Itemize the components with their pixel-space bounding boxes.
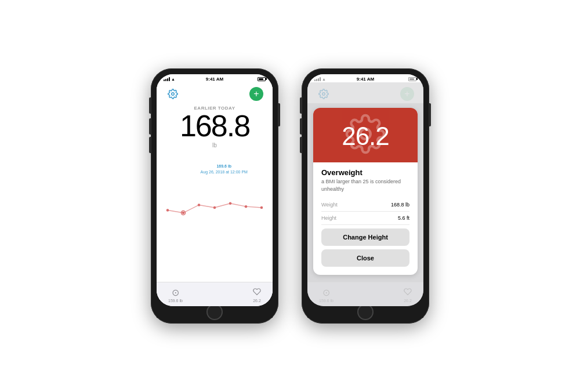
- status-time-2: 9:41 AM: [357, 77, 374, 82]
- settings-button-2: [317, 87, 331, 101]
- phone-2: ▲ 9:41 AM: [302, 68, 429, 324]
- tab-weight-label-1: 159.6 lb: [168, 299, 183, 303]
- tab-bar-1: ⊙ 159.6 lb 26.2: [157, 282, 273, 306]
- signal-bars-1: [164, 77, 170, 81]
- wifi-icon-2: ▲: [322, 77, 326, 81]
- signal-bar-2: [165, 79, 166, 81]
- svg-point-2: [182, 212, 185, 215]
- home-button-2[interactable]: [357, 304, 374, 320]
- tab-item-weight-1[interactable]: ⊙ 159.6 lb: [168, 287, 183, 303]
- overweight-title: Overweight: [321, 168, 409, 177]
- height-label: Height: [321, 215, 336, 221]
- signal-bar-3: [167, 78, 168, 81]
- svg-point-4: [213, 206, 216, 209]
- signal-bar-6: [316, 79, 317, 81]
- svg-point-9: [322, 93, 325, 96]
- svg-point-1: [166, 209, 169, 212]
- svg-point-3: [198, 204, 201, 206]
- modal-overlay: + 26.2 Overweight: [307, 82, 423, 306]
- annotation-line2: Aug 26, 2018 at 12:00 PM: [201, 169, 248, 175]
- home-indicator-2: [307, 306, 423, 318]
- weight-info-row: Weight 168.8 lb: [321, 198, 409, 212]
- home-indicator-1: [157, 306, 273, 318]
- weight-section-1: EARLIER TODAY 168.8 lb: [157, 103, 273, 153]
- bmi-modal-card: 26.2 Overweight a BMI larger than 25 is …: [313, 108, 418, 275]
- signal-bar-7: [318, 78, 319, 81]
- app-content-1: + EARLIER TODAY 168.8 lb 169.6 lb Aug 26…: [157, 82, 273, 306]
- phone-2-body: ▲ 9:41 AM: [302, 68, 429, 324]
- height-info-value: 5.6 ft: [398, 215, 409, 221]
- add-button-2: +: [400, 87, 414, 101]
- tab-bar-2: ⊙ 159.6 lb 26.2: [307, 282, 423, 306]
- bmi-header: 26.2: [313, 108, 418, 162]
- tab-bmi-label-1: 26.2: [253, 299, 261, 303]
- phone-1-screen: ▲ 9:41 AM +: [157, 74, 273, 306]
- annotation-line1: 169.6 lb: [201, 164, 248, 169]
- svg-point-6: [245, 205, 248, 208]
- weight-label: Weight: [321, 202, 338, 208]
- modal-body: Overweight a BMI larger than 25 is consi…: [313, 162, 418, 275]
- tab-item-bmi-2: 26.2: [404, 288, 412, 303]
- close-button[interactable]: Close: [321, 249, 409, 267]
- weight-unit-1: lb: [212, 142, 217, 148]
- weight-value-1: 168.8: [180, 111, 249, 141]
- signal-bars-2: [314, 77, 321, 81]
- heart-icon-2: [404, 288, 412, 298]
- svg-point-7: [260, 206, 263, 209]
- home-button-1[interactable]: [206, 304, 223, 320]
- status-time-1: 9:41 AM: [206, 77, 223, 82]
- signal-bar-4: [169, 77, 170, 81]
- change-height-button[interactable]: Change Height: [321, 228, 409, 246]
- settings-button-1[interactable]: [166, 87, 180, 101]
- status-left-1: ▲: [164, 77, 175, 81]
- phone-1-body: ▲ 9:41 AM +: [151, 68, 278, 324]
- scale-icon-2: ⊙: [322, 287, 330, 298]
- bmi-value: 26.2: [342, 122, 389, 151]
- app-header-2: +: [307, 82, 423, 103]
- signal-bar-1: [164, 79, 165, 81]
- overweight-desc: a BMI larger than 25 is considered unhea…: [321, 178, 409, 193]
- svg-point-0: [172, 93, 175, 96]
- height-info-row: Height 5.6 ft: [321, 212, 409, 225]
- tab-bmi-label-2: 26.2: [404, 299, 412, 303]
- battery-fill-1: [259, 78, 263, 80]
- weight-info-value: 168.8 lb: [391, 202, 409, 208]
- tab-weight-label-2: 159.6 lb: [319, 299, 334, 303]
- phone-2-screen: ▲ 9:41 AM: [307, 74, 423, 306]
- wifi-icon-1: ▲: [171, 77, 175, 81]
- add-button-1[interactable]: +: [249, 87, 263, 101]
- heart-icon-1: [253, 288, 261, 298]
- status-right-2: [408, 77, 416, 81]
- status-right-1: [258, 77, 266, 81]
- chart-annotation-1: 169.6 lb Aug 26, 2018 at 12:00 PM: [201, 164, 248, 175]
- chart-area-1: 169.6 lb Aug 26, 2018 at 12:00 PM: [157, 153, 273, 282]
- weight-chart: [162, 176, 267, 228]
- svg-point-5: [229, 202, 232, 205]
- battery-icon-2: [408, 77, 416, 81]
- tab-item-weight-2: ⊙ 159.6 lb: [319, 287, 334, 303]
- status-bar-2: ▲ 9:41 AM: [307, 74, 423, 82]
- tab-item-bmi-1[interactable]: 26.2: [253, 288, 261, 303]
- phone-1: ▲ 9:41 AM +: [151, 68, 278, 324]
- battery-fill-2: [409, 78, 414, 80]
- status-bar-1: ▲ 9:41 AM: [157, 74, 273, 82]
- battery-icon-1: [258, 77, 266, 81]
- scale-icon-1: ⊙: [172, 287, 179, 298]
- status-left-2: ▲: [314, 77, 326, 81]
- app-header-1: +: [157, 82, 273, 103]
- modal-buttons: Change Height Close: [321, 225, 409, 269]
- signal-bar-8: [320, 77, 321, 81]
- signal-bar-5: [314, 79, 316, 81]
